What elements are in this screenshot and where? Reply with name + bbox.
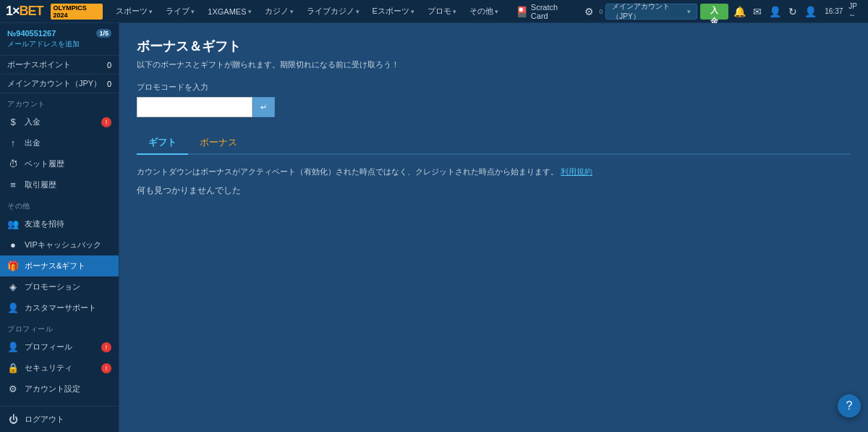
nav-1xgames[interactable]: 1XGAMES ▾	[203, 0, 255, 23]
chevron-down-icon: ▾	[149, 8, 153, 15]
clock-icon: ⏱	[7, 158, 19, 169]
chevron-down-icon: ▾	[687, 8, 691, 15]
page-title: ボーナス＆ギフト	[137, 38, 851, 55]
sidebar-item-transaction-history[interactable]: ≡ 取引履歴	[0, 174, 119, 195]
info-text: カウントダウンはボーナスがアクティベート（有効化）された時点ではなく、クレジット…	[137, 166, 851, 177]
vip-icon: ●	[7, 240, 19, 250]
promo-code-input[interactable]	[137, 97, 252, 117]
nav-casino[interactable]: カジノ ▾	[260, 0, 298, 23]
profile-icon: 👤	[7, 342, 19, 352]
promo-code-label: プロモコードを入力	[137, 82, 851, 93]
bonus-points-row: ボーナスポイント 0	[0, 56, 119, 75]
sidebar-item-profile[interactable]: 👤 プロフィール !	[0, 336, 119, 357]
tab-gift[interactable]: ギフト	[137, 132, 188, 155]
notifications-icon[interactable]: 🔔	[731, 6, 748, 17]
scratch-icon: 🎴	[516, 6, 528, 17]
chevron-down-icon: ▾	[411, 8, 414, 15]
no-results-text: 何も見つかりませんでした	[137, 185, 851, 197]
language-selector[interactable]: JP～	[848, 2, 862, 20]
nav-promo[interactable]: プロモ ▾	[423, 0, 461, 23]
sidebar-item-withdrawal[interactable]: ↑ 出金	[0, 132, 119, 153]
chevron-down-icon: ▾	[453, 8, 456, 15]
logout-button[interactable]: ⏻ ログアウト	[0, 407, 119, 432]
help-button[interactable]: ?	[838, 394, 861, 418]
promo-submit-button[interactable]: ↵	[252, 97, 275, 117]
account-section-label: アカウント	[0, 93, 119, 111]
main-layout: №940551267 1/5 メールアドレスを追加 ボーナスポイント 0 メイン…	[0, 23, 868, 432]
top-navigation: 1×BET OLYMPICS 2024 スポーツ ▾ ライブ ▾ 1XGAMES…	[0, 0, 868, 23]
scratch-card-link[interactable]: 🎴 Scratch Card	[511, 3, 578, 20]
terms-link[interactable]: 利用規約	[561, 167, 592, 176]
promo-icon: ◈	[7, 281, 19, 292]
notification-badge: !	[101, 342, 111, 352]
lock-icon: 🔒	[7, 363, 19, 373]
withdrawal-icon: ↑	[7, 137, 19, 148]
nav-sports[interactable]: スポーツ ▾	[111, 0, 157, 23]
main-account-row: メインアカウント（JPY） 0	[0, 75, 119, 93]
chevron-down-icon: ▾	[191, 8, 195, 15]
promo-code-row: ↵	[137, 97, 851, 117]
chevron-down-icon: ▾	[495, 8, 498, 15]
notification-badge: !	[101, 363, 111, 373]
chevron-down-icon: ▾	[248, 8, 252, 15]
nav-esports[interactable]: Eスポーツ ▾	[368, 0, 419, 23]
chevron-down-icon: ▾	[356, 8, 359, 15]
messages-icon[interactable]: ✉	[751, 6, 764, 17]
refresh-icon[interactable]: ↻	[786, 6, 799, 17]
page-subtitle: 以下のボーナスとギフトが贈られます。期限切れになる前に受け取ろう！	[137, 59, 851, 70]
olympics-badge[interactable]: OLYMPICS 2024	[51, 4, 103, 20]
sidebar: №940551267 1/5 メールアドレスを追加 ボーナスポイント 0 メイン…	[0, 23, 119, 432]
tab-bonus[interactable]: ボーナス	[188, 132, 249, 155]
account-section: №940551267 1/5 メールアドレスを追加	[0, 23, 119, 56]
nav-right-section: ⚙ 0 メインアカウント（JPY） ▾ 入金 🔔 ✉ 👤 ↻ 👤 16:37 J…	[582, 2, 862, 20]
sidebar-item-deposit[interactable]: $ 入金 !	[0, 111, 119, 132]
sidebar-item-bonuses-gifts[interactable]: 🎁 ボーナス&ギフト	[0, 255, 119, 276]
nav-live-casino[interactable]: ライブカジノ ▾	[302, 0, 364, 23]
other-section-label: その他	[0, 195, 119, 213]
support-icon: 👤	[7, 302, 19, 313]
tabs-row: ギフト ボーナス	[137, 132, 851, 155]
user-circle-icon[interactable]: 👤	[802, 6, 819, 17]
dollar-icon: $	[7, 117, 19, 127]
logout-area: ⏻ ログアウト	[0, 406, 119, 432]
friends-icon: 👥	[7, 219, 19, 229]
sidebar-item-customer-support[interactable]: 👤 カスタマーサポート	[0, 297, 119, 318]
account-menu-button[interactable]: メインアカウント（JPY） ▾	[605, 4, 697, 20]
settings-icon[interactable]: ⚙	[582, 6, 596, 17]
nav-other[interactable]: その他 ▾	[465, 0, 503, 23]
sidebar-item-promotions[interactable]: ◈ プロモーション	[0, 276, 119, 297]
sidebar-item-bet-history[interactable]: ⏱ ベット履歴	[0, 153, 119, 174]
brand-logo[interactable]: 1×BET	[6, 4, 43, 19]
sidebar-item-vip-cashback[interactable]: ● VIPキャッシュバック	[0, 234, 119, 255]
profile-section-label: プロフィール	[0, 318, 119, 336]
chevron-down-icon: ▾	[290, 8, 294, 15]
sidebar-item-account-settings[interactable]: ⚙ アカウント設定	[0, 378, 119, 399]
sidebar-item-security[interactable]: 🔒 セキュリティ !	[0, 357, 119, 378]
gear-icon: ⚙	[7, 384, 19, 394]
main-content: ボーナス＆ギフト 以下のボーナスとギフトが贈られます。期限切れになる前に受け取ろ…	[119, 23, 868, 432]
notification-badge: !	[101, 117, 111, 127]
sidebar-item-invite-friends[interactable]: 👥 友達を招待	[0, 213, 119, 234]
account-id: №940551267 1/5	[7, 29, 111, 38]
gift-icon: 🎁	[7, 261, 19, 271]
progress-badge: 1/5	[96, 29, 111, 38]
nav-live[interactable]: ライブ ▾	[161, 0, 199, 23]
time-display: 16:37	[822, 7, 846, 15]
list-icon: ≡	[7, 179, 19, 190]
add-email-link[interactable]: メールアドレスを追加	[7, 39, 111, 49]
logout-icon: ⏻	[7, 414, 19, 425]
users-icon[interactable]: 👤	[767, 6, 783, 17]
deposit-button[interactable]: 入金	[700, 4, 728, 20]
